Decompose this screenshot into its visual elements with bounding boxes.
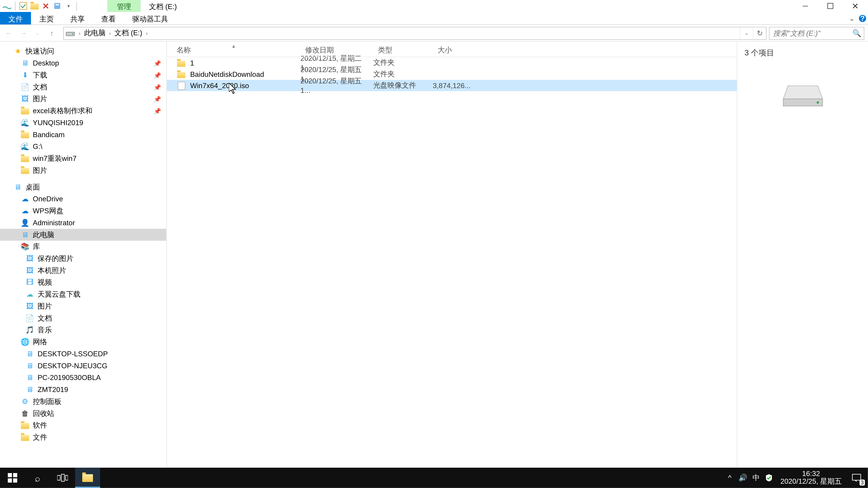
nav-this-pc[interactable]: 🖥此电脑 xyxy=(0,229,166,241)
tray-overflow-icon[interactable]: ^ xyxy=(723,468,736,488)
file-row[interactable]: 12020/12/15, 星期二 1...文件夹 xyxy=(167,57,737,68)
nav-lib-pictures[interactable]: 🖼图片 xyxy=(0,300,166,312)
nav-recent-dropdown[interactable]: ⌄ xyxy=(31,26,44,39)
volume-icon[interactable]: 🔊 xyxy=(736,468,749,488)
video-icon: 🎞 xyxy=(25,278,35,287)
nav-pc4[interactable]: 🖥ZMT2019 xyxy=(0,384,166,396)
nav-up-button[interactable]: ↑ xyxy=(45,26,58,39)
ribbon-tab-file[interactable]: 文件 xyxy=(0,12,31,24)
pc-icon: 🖥 xyxy=(20,230,30,239)
search-input[interactable] xyxy=(770,29,864,37)
column-header-name[interactable]: 名称▲ xyxy=(167,45,301,55)
start-button[interactable] xyxy=(0,468,25,488)
nav-software[interactable]: 软件 xyxy=(0,419,166,431)
nav-videos[interactable]: 🎞视频 xyxy=(0,276,166,289)
nav-recycle-bin[interactable]: 🗑回收站 xyxy=(0,408,166,420)
qat-delete-icon[interactable]: ✕ xyxy=(41,1,51,11)
breadcrumb-chevron-icon[interactable]: › xyxy=(144,30,149,36)
qat-folder-icon[interactable] xyxy=(30,1,39,11)
taskbar-clock[interactable]: 16:32 2020/12/25, 星期五 xyxy=(776,470,846,486)
window-title: 文档 (E:) xyxy=(141,0,185,12)
task-view-icon[interactable] xyxy=(50,468,75,488)
nav-pc1[interactable]: 🖥DESKTOP-LSSOEDP xyxy=(0,348,166,360)
nav-desktop[interactable]: 🖥Desktop📌 xyxy=(0,57,166,69)
qat-dropdown-icon[interactable]: ▾ xyxy=(64,1,73,11)
security-icon[interactable] xyxy=(763,468,776,488)
column-header-size[interactable]: 大小 xyxy=(433,45,469,55)
address-drive-icon[interactable] xyxy=(64,27,77,39)
nav-documents[interactable]: 📄文档📌 xyxy=(0,81,166,93)
svg-rect-21 xyxy=(13,479,17,483)
search-icon[interactable]: 🔍 xyxy=(852,29,862,37)
nav-downloads[interactable]: ⬇下载📌 xyxy=(0,69,166,81)
nav-back-button[interactable]: ← xyxy=(2,26,16,39)
nav-libraries[interactable]: 📚库 xyxy=(0,240,166,253)
nav-tianyi[interactable]: ☁天翼云盘下载 xyxy=(0,288,166,300)
nav-label: Desktop xyxy=(33,59,59,67)
svg-rect-0 xyxy=(20,2,27,10)
network-icon: 🌐 xyxy=(20,337,30,347)
nav-control-panel[interactable]: ⚙控制面板 xyxy=(0,396,166,408)
nav-g-drive[interactable]: 🌊G:\ xyxy=(0,140,166,153)
nav-saved-pics[interactable]: 🖼保存的图片 xyxy=(0,253,166,265)
ribbon-tab-drivetools[interactable]: 驱动器工具 xyxy=(124,12,176,24)
nav-pc3[interactable]: 🖥PC-20190530OBLA xyxy=(0,372,166,384)
nav-music[interactable]: 🎵音乐 xyxy=(0,324,166,336)
maximize-button[interactable] xyxy=(818,0,843,12)
nav-label: 保存的图片 xyxy=(37,254,73,264)
breadcrumb-location[interactable]: 文档 (E:) xyxy=(113,27,144,39)
svg-rect-18 xyxy=(8,473,12,477)
nav-yunqishi[interactable]: 🌊YUNQISHI2019 xyxy=(0,117,166,129)
folder-icon xyxy=(177,58,186,68)
column-header-date[interactable]: 修改日期 xyxy=(301,45,373,55)
folder-icon xyxy=(20,421,30,430)
taskbar-search-icon[interactable]: ⌕ xyxy=(25,468,50,488)
ime-icon[interactable]: 中 xyxy=(749,468,763,488)
ribbon-expand-icon[interactable]: ⌄ xyxy=(846,12,857,24)
nav-wps[interactable]: ☁WPS网盘 xyxy=(0,205,166,217)
svg-text:?: ? xyxy=(860,14,865,22)
search-box[interactable]: 🔍 xyxy=(769,26,864,39)
nav-label: ZMT2019 xyxy=(37,385,68,394)
nav-label: 文档 xyxy=(33,82,47,92)
nav-quick-access[interactable]: ★快速访问 xyxy=(0,45,166,57)
nav-pc2[interactable]: 🖥DESKTOP-NJEU3CG xyxy=(0,360,166,372)
breadcrumb-chevron-icon[interactable]: › xyxy=(77,30,82,36)
nav-camera-roll[interactable]: 🖼本机照片 xyxy=(0,265,166,276)
refresh-icon[interactable]: ↻ xyxy=(753,27,766,39)
pc-icon: 🖥 xyxy=(25,385,35,394)
nav-desktop-root[interactable]: 🖥桌面 xyxy=(0,181,166,193)
nav-excel-folder[interactable]: excel表格制作求和📌 xyxy=(0,105,166,117)
taskbar-explorer-icon[interactable] xyxy=(75,468,100,488)
nav-win7[interactable]: win7重装win7 xyxy=(0,153,166,164)
nav-label: excel表格制作求和 xyxy=(33,106,92,116)
nav-admin[interactable]: 👤Administrator xyxy=(0,217,166,229)
nav-bandicam[interactable]: Bandicam xyxy=(0,129,166,141)
breadcrumb-chevron-icon[interactable]: › xyxy=(107,30,113,36)
nav-pictures2[interactable]: 图片 xyxy=(0,164,166,176)
address-bar[interactable]: › 此电脑 › 文档 (E:) › ⌄ ↻ xyxy=(63,26,767,39)
qat-properties-icon[interactable] xyxy=(53,1,62,11)
file-row[interactable]: Win7x64_2020.iso2020/12/25, 星期五 1...光盘映像… xyxy=(167,80,737,91)
breadcrumb-this-pc[interactable]: 此电脑 xyxy=(82,27,107,39)
notification-badge: 3 xyxy=(860,480,865,486)
nav-network[interactable]: 🌐网络 xyxy=(0,336,166,348)
nav-lib-documents[interactable]: 📄文档 xyxy=(0,312,166,324)
nav-onedrive[interactable]: ☁OneDrive xyxy=(0,193,166,205)
qat-checkbox-icon[interactable] xyxy=(19,1,28,11)
ribbon-context-tab-manage[interactable]: 管理 xyxy=(107,0,141,12)
ribbon-tab-view[interactable]: 查看 xyxy=(93,12,124,24)
close-button[interactable]: ✕ xyxy=(843,0,868,12)
help-icon[interactable]: ? xyxy=(857,12,868,24)
address-dropdown-icon[interactable]: ⌄ xyxy=(740,27,753,39)
nav-files[interactable]: 文件 xyxy=(0,431,166,443)
minimize-button[interactable]: ─ xyxy=(793,0,818,12)
app-icon[interactable] xyxy=(2,1,12,11)
ribbon-tab-share[interactable]: 共享 xyxy=(62,12,93,24)
column-header-type[interactable]: 类型 xyxy=(373,45,433,55)
nav-forward-button[interactable]: → xyxy=(17,26,30,39)
action-center-icon[interactable]: 3 xyxy=(846,468,867,488)
file-row[interactable]: BaiduNetdiskDownload2020/12/25, 星期五 1...… xyxy=(167,68,737,80)
ribbon-tab-home[interactable]: 主页 xyxy=(31,12,62,24)
nav-pictures[interactable]: 🖼图片📌 xyxy=(0,93,166,105)
